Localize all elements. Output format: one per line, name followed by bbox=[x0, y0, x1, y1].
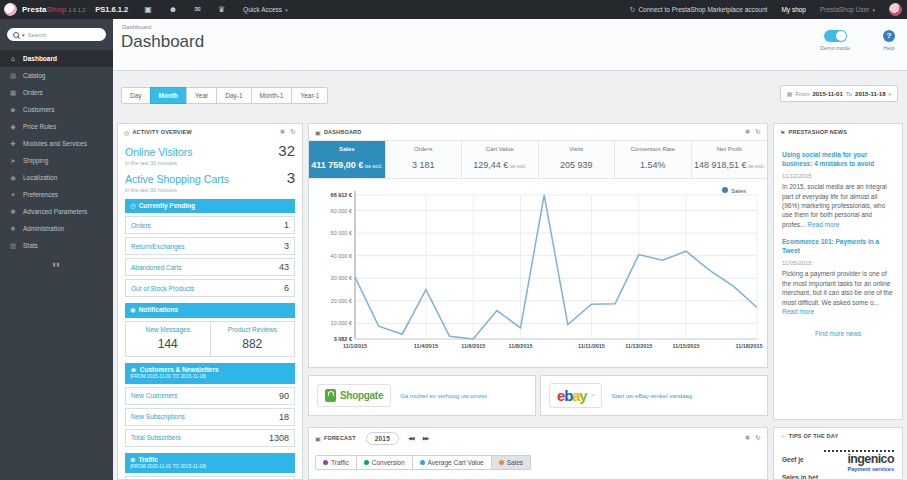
advanced-parameters-icon: ✱ bbox=[9, 208, 17, 216]
globe-icon: ⊕ bbox=[130, 456, 135, 463]
google-analytics-link[interactable]: Link to your Google Analytics account bbox=[125, 476, 295, 480]
forecast-legend-conversion[interactable]: Conversion bbox=[356, 455, 413, 470]
pending-row-orders[interactable]: Orders1 bbox=[125, 216, 295, 234]
ebay-banner[interactable]: ebay™ Start uw eBay-winkel vandaag bbox=[540, 375, 768, 416]
calendar-icon: ▦ bbox=[787, 90, 793, 97]
next-year-button[interactable]: ▶▶ bbox=[423, 435, 429, 441]
refresh-icon[interactable]: ↻ bbox=[290, 128, 296, 136]
kpi-tab-visits[interactable]: Visits205 939 bbox=[539, 141, 616, 178]
forecast-legend-average-cart-value[interactable]: Average Cart Value bbox=[412, 455, 492, 470]
user-menu[interactable]: PrestaShop User▾ bbox=[820, 6, 875, 13]
help-icon[interactable]: ? bbox=[883, 30, 895, 42]
pending-row-out-of-stock-products[interactable]: Out of Stock Products6 bbox=[125, 279, 295, 297]
kpi-tab-conversion-rate[interactable]: Conversion Rate1.54% bbox=[615, 141, 692, 178]
find-more-news-link[interactable]: Find more news bbox=[782, 330, 894, 337]
kpi-label: Visits bbox=[539, 146, 615, 152]
conversion-dot-icon bbox=[364, 460, 369, 465]
notification-new-messages[interactable]: New Messages144 bbox=[126, 322, 210, 356]
kpi-tab-cart-value[interactable]: Cart Value129,44 € tax excl. bbox=[462, 141, 539, 178]
filter-button-year[interactable]: Year bbox=[186, 87, 217, 104]
panel-title: PRESTASHOP NEWS bbox=[789, 129, 847, 135]
kpi-value: 148 918,51 € tax excl. bbox=[692, 160, 768, 170]
sidebar-item-preferences[interactable]: ✦Preferences bbox=[0, 186, 113, 203]
sidebar-item-dashboard[interactable]: ⌂Dashboard bbox=[0, 50, 113, 67]
news-headline-2[interactable]: Ecommerce 101: Payments in a Tweet bbox=[782, 237, 894, 255]
avatar[interactable] bbox=[889, 3, 902, 16]
kpi-tab-sales[interactable]: Sales411 759,00 € tax excl. bbox=[309, 141, 386, 178]
search-input[interactable]: ▾ Search bbox=[7, 28, 106, 41]
sidebar-item-label: Modules and Services bbox=[23, 140, 87, 147]
kpi-note: tax excl. bbox=[363, 164, 382, 169]
quick-access-menu[interactable]: Quick Access▾ bbox=[243, 6, 288, 13]
filter-button-month-1[interactable]: Month-1 bbox=[251, 87, 293, 104]
clock-icon: ◷ bbox=[130, 202, 136, 209]
active-carts-link[interactable]: Active Shopping Carts bbox=[125, 173, 229, 185]
breadcrumb[interactable]: Dashboard bbox=[122, 24, 151, 30]
sidebar-item-localization[interactable]: ◉Localization bbox=[0, 169, 113, 186]
kpi-note: tax excl. bbox=[508, 164, 526, 169]
customer-row-new-subscriptions[interactable]: New Subscriptions18 bbox=[125, 408, 295, 426]
my-shop-link[interactable]: My shop bbox=[781, 6, 806, 13]
sidebar-item-administration[interactable]: ❖Administration bbox=[0, 220, 113, 237]
shopgate-banner[interactable]: Shopgate Ga mobiel en verhoog uw omzet bbox=[308, 375, 536, 416]
traffic-dot-icon bbox=[323, 460, 328, 465]
notification-value: 882 bbox=[213, 337, 293, 351]
home-icon: ⌂ bbox=[9, 55, 17, 62]
pending-row-return-exchanges[interactable]: Return/Exchanges3 bbox=[125, 237, 295, 255]
cart-icon[interactable]: ▣ bbox=[144, 5, 152, 14]
sidebar-item-stats[interactable]: ▥Stats bbox=[0, 237, 113, 254]
sidebar-item-label: Preferences bbox=[23, 191, 58, 198]
sidebar-item-shipping[interactable]: ➤Shipping bbox=[0, 152, 113, 169]
sidebar-item-orders[interactable]: ▦Orders bbox=[0, 84, 113, 101]
kpi-label: Cart Value bbox=[462, 146, 538, 152]
customers-icon[interactable]: ☻ bbox=[169, 5, 177, 14]
filter-button-year-1[interactable]: Year-1 bbox=[291, 87, 328, 104]
read-more-link[interactable]: Read more bbox=[782, 308, 814, 315]
prestashop-logo-icon[interactable] bbox=[4, 3, 17, 16]
news-headline-1[interactable]: Using social media for your business: 4 … bbox=[782, 150, 894, 168]
forecast-legend-traffic[interactable]: Traffic bbox=[315, 455, 357, 470]
forecast-legend-sales[interactable]: Sales bbox=[491, 455, 531, 470]
svg-text:11/15/2015: 11/15/2015 bbox=[672, 343, 699, 349]
pending-row-abandoned-carts[interactable]: Abandoned Carts43 bbox=[125, 258, 295, 276]
messages-icon[interactable]: ✉ bbox=[194, 5, 201, 14]
sidebar-item-advanced-parameters[interactable]: ✱Advanced Parameters bbox=[0, 203, 113, 220]
kpi-tab-net-profit[interactable]: Net Profit148 918,51 € tax excl. bbox=[692, 141, 768, 178]
gear-icon[interactable]: ✱ bbox=[745, 128, 751, 136]
customer-row-new-customers[interactable]: New Customers90 bbox=[125, 387, 295, 405]
refresh-icon[interactable]: ↻ bbox=[755, 128, 761, 136]
svg-text:20 000 €: 20 000 € bbox=[331, 298, 352, 304]
sidebar-item-catalog[interactable]: ▤Catalog bbox=[0, 67, 113, 84]
refresh-icon[interactable]: ↻ bbox=[755, 434, 761, 442]
shopgate-link[interactable]: Ga mobiel en verhoog uw omzet bbox=[400, 393, 486, 399]
svg-text:11/1/2015: 11/1/2015 bbox=[343, 343, 367, 349]
gear-icon[interactable]: ✱ bbox=[280, 128, 286, 136]
row-value: 90 bbox=[279, 391, 289, 401]
filter-button-day[interactable]: Day bbox=[121, 87, 151, 104]
sales-line-chart: 66 912 €60 000 €50 000 €40 000 €30 000 €… bbox=[311, 183, 763, 363]
previous-year-button[interactable]: ◀◀ bbox=[408, 435, 414, 441]
row-value: 1308 bbox=[269, 433, 289, 443]
sidebar-item-modules-and-services[interactable]: ✚Modules and Services bbox=[0, 135, 113, 152]
row-label: Abandoned Carts bbox=[131, 264, 182, 271]
forecast-legend: TrafficConversionAverage Cart ValueSales bbox=[309, 448, 767, 477]
trophy-icon[interactable]: ♛ bbox=[218, 5, 225, 14]
sidebar-collapse-toggle[interactable]: ▮▮ bbox=[0, 261, 113, 267]
sidebar-item-customers[interactable]: ☻Customers bbox=[0, 101, 113, 118]
filter-button-day-1[interactable]: Day-1 bbox=[216, 87, 251, 104]
forecast-year: 2015 bbox=[366, 432, 399, 445]
chevron-down-icon: ▾ bbox=[872, 7, 875, 13]
online-visitors-link[interactable]: Online Visitors bbox=[125, 146, 193, 158]
customers-icon: ☻ bbox=[9, 106, 17, 113]
notification-product-reviews[interactable]: Product Reviews882 bbox=[210, 322, 295, 356]
date-range-picker[interactable]: ▦ From2015-11-01 To2015-11-18 ▾ bbox=[780, 85, 898, 102]
sidebar-item-price-rules[interactable]: ◆Price Rules bbox=[0, 118, 113, 135]
gear-icon[interactable]: ✱ bbox=[745, 434, 751, 442]
filter-button-month[interactable]: Month bbox=[150, 87, 188, 104]
read-more-link[interactable]: Read more bbox=[807, 221, 839, 228]
customer-row-total-subscribers[interactable]: Total Subscribers1308 bbox=[125, 429, 295, 447]
marketplace-connect-link[interactable]: ↻Connect to PrestaShop Marketplace accou… bbox=[630, 6, 768, 14]
demo-mode-toggle[interactable] bbox=[824, 30, 847, 42]
ebay-link[interactable]: Start uw eBay-winkel vandaag bbox=[611, 393, 692, 399]
kpi-tab-orders[interactable]: Orders3 181 bbox=[386, 141, 463, 178]
